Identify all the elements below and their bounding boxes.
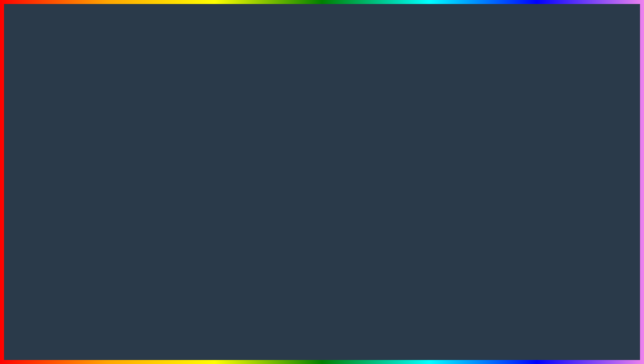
radio-g-race xyxy=(76,176,80,180)
green-label-shop: Shop xyxy=(86,183,95,187)
sidebar-label-general: General xyxy=(53,114,66,118)
auto-buy-gear-toggle[interactable] xyxy=(216,198,228,204)
green-content: Auto Turn On Race v3 Auto Turn On Race v… xyxy=(114,136,235,224)
green-label-world: World Teleport xyxy=(86,154,110,158)
logo-text-container: LX FRUITS xyxy=(586,325,624,354)
move-cam-moon-label: Move Cam to Moon xyxy=(121,168,156,172)
feat-smooth: SMOOTH xyxy=(522,174,624,190)
radio-g-devil xyxy=(76,169,80,173)
teleport-gear-row[interactable]: Teleport to Gear ⚙ xyxy=(116,177,233,188)
radio-esp xyxy=(43,144,47,148)
move-cam-moon-row[interactable]: Move Cam to Moon xyxy=(116,164,233,176)
green-window-title: Ego Hub xyxy=(77,128,95,133)
green-sidebar-raid[interactable]: ✓ Raid xyxy=(74,138,113,145)
script-pastebin-label: SCRIPT PASTEBIN xyxy=(269,321,552,357)
logo-gear-icon: ⚙ xyxy=(568,329,584,350)
green-sidebar: ✓ Raid ✓ Local Players ✓ World Teleport … xyxy=(74,136,114,224)
auto-buy-gear-label: Auto Buy Gear xyxy=(121,199,147,203)
radio-g-local xyxy=(76,147,80,151)
green-window-controls[interactable]: − × xyxy=(224,129,232,133)
update-number: 20 xyxy=(227,321,262,357)
green-user-info: S Sky xyxy=(74,199,113,211)
orange-minimize-button[interactable]: − xyxy=(191,96,193,101)
radio-settings xyxy=(43,122,47,126)
sidebar-label-raid: Raid xyxy=(53,151,61,155)
features-right: AUTO FARM MASTERY RACE V4 FAST ATTACK MA… xyxy=(522,94,624,222)
green-sidebar-status[interactable]: ✓ Status Sever xyxy=(74,160,113,167)
sidebar-label-welcome: Welcome xyxy=(49,107,64,111)
green-label-status: Status Sever xyxy=(86,161,107,165)
green-sidebar-race[interactable]: ✓ Race V4 xyxy=(74,174,113,182)
auto-train-race-label: Auto Train Race xyxy=(121,212,149,216)
orange-close-button[interactable]: × xyxy=(196,96,199,101)
update-label: UPDATE xyxy=(92,321,220,357)
feat-mastery: MASTERY xyxy=(522,110,624,126)
auto-farm-gun-row[interactable]: Auto Farm Gun Mastery ✓ xyxy=(83,106,199,119)
feat-no-lag: NO LAG xyxy=(522,190,624,206)
sidebar-label-esp: ESP xyxy=(53,144,60,148)
radio-g-shop xyxy=(76,183,80,187)
radio-g-raid xyxy=(76,139,80,143)
race-v3-toggle[interactable] xyxy=(216,141,228,147)
green-label-devil: Devil Fruit xyxy=(86,169,103,173)
feat-auto-farm: AUTO FARM xyxy=(522,94,624,110)
green-sidebar-devil[interactable]: ✓ Devil Fruit xyxy=(74,167,113,174)
green-window-titlebar: Ego Hub − × xyxy=(74,126,235,136)
radio-welcome xyxy=(43,107,47,111)
green-username: Sky xyxy=(85,203,91,207)
move-cam-moon-toggle[interactable] xyxy=(216,167,228,173)
title-container: BLOX FRUITS xyxy=(0,7,644,68)
auto-buy-gear-row[interactable]: Auto Buy Gear xyxy=(116,195,233,207)
race-v4-label: Auto Turn On Race v4 xyxy=(121,155,160,159)
logo-lx-text: LX xyxy=(586,325,624,343)
sidebar-item-general[interactable]: ✓ General xyxy=(40,113,80,120)
green-sidebar-world[interactable]: ✓ World Teleport xyxy=(74,152,113,160)
green-label-race: Race V4 xyxy=(86,176,100,180)
radio-local xyxy=(43,158,47,162)
teleport-gear-label: Teleport to Gear xyxy=(121,180,149,185)
logo-br-container: ⚙ LX FRUITS xyxy=(568,325,624,354)
bottom-bar: UPDATE 20 SCRIPT PASTEBIN xyxy=(0,321,644,357)
feat-race-v4: RACE V4 xyxy=(522,126,624,142)
radio-g-status xyxy=(76,161,80,165)
sidebar-label-local: Local P xyxy=(53,158,65,162)
teleport-gear-icon[interactable]: ⚙ xyxy=(224,180,228,185)
race-v3-row[interactable]: Auto Turn On Race v3 xyxy=(116,138,233,150)
radio-stats xyxy=(43,136,47,140)
logo-fruits-text: FRUITS xyxy=(586,343,624,354)
feat-magnet: MAGNET xyxy=(522,158,624,174)
green-avatar: S xyxy=(76,202,83,209)
sidebar-label-settings: Setting xyxy=(53,122,64,126)
green-label-misc: Misc xyxy=(86,191,94,195)
radio-raid xyxy=(43,151,47,155)
sidebar-item-welcome[interactable]: Welcome xyxy=(40,105,80,113)
auto-farm-gun-toggle[interactable]: ✓ xyxy=(187,109,195,116)
radio-general xyxy=(43,114,47,118)
radio-g-world xyxy=(76,154,80,158)
sidebar-label-item: Item & xyxy=(53,129,64,133)
race-v4-row[interactable]: Auto Turn On Race v4 xyxy=(116,151,233,163)
green-sidebar-local[interactable]: ✓ Local Players xyxy=(74,145,113,152)
feat-fast-attack: FAST ATTACK xyxy=(522,142,624,158)
green-minimize-button[interactable]: − xyxy=(224,129,227,133)
race-v4-toggle[interactable] xyxy=(216,154,228,160)
green-label-local: Local Players xyxy=(86,147,108,151)
feat-auto-raid: AUTO RAID xyxy=(522,206,624,222)
green-sidebar-misc[interactable]: ✓ Misc xyxy=(74,189,113,196)
green-window-body: ✓ Raid ✓ Local Players ✓ World Teleport … xyxy=(74,136,235,224)
green-sidebar-shop[interactable]: ✓ Shop xyxy=(74,182,113,189)
green-close-button[interactable]: × xyxy=(229,129,232,133)
main-title: BLOX FRUITS xyxy=(129,7,515,68)
green-label-raid: Raid xyxy=(86,139,94,143)
orange-window-controls[interactable]: − × xyxy=(191,96,199,101)
orange-window-titlebar: Ego Hub − × xyxy=(40,94,202,103)
green-window[interactable]: Ego Hub − × ✓ Raid ✓ Local Players ✓ Wor… xyxy=(73,125,236,225)
race-v3-label: Auto Turn On Race v3 xyxy=(121,142,160,146)
orange-username: Sky xyxy=(52,171,58,175)
auto-farm-gun-label: Auto Farm Gun Mastery xyxy=(87,110,130,115)
orange-window-title: Ego Hub xyxy=(44,96,61,101)
auto-train-race-row[interactable]: Auto Train Race xyxy=(116,208,233,220)
auto-train-race-toggle[interactable] xyxy=(216,211,228,217)
logo-bottom-right: ⚙ LX FRUITS xyxy=(568,325,624,354)
orange-avatar: S xyxy=(43,170,50,176)
